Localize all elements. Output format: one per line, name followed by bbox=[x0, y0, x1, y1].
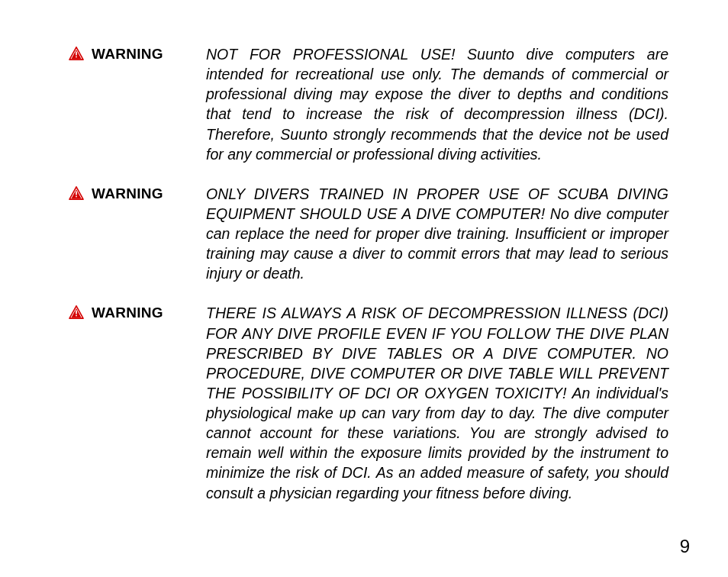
svg-rect-2 bbox=[76, 191, 77, 195]
warning-label: WARNING bbox=[92, 46, 163, 63]
warning-label-col: WARNING bbox=[69, 44, 191, 63]
svg-rect-5 bbox=[76, 315, 77, 317]
svg-rect-4 bbox=[76, 311, 77, 314]
warning-label-col: WARNING bbox=[69, 303, 191, 321]
warning-block: WARNING THERE IS ALWAYS A RISK OF DECOMP… bbox=[69, 303, 668, 502]
warning-body: THERE IS ALWAYS A RISK OF DECOMPRESSION … bbox=[206, 303, 668, 502]
warning-body: NOT FOR PROFESSIONAL USE! Suunto dive co… bbox=[206, 44, 668, 164]
warning-block: WARNING NOT FOR PROFESSIONAL USE! Suunto… bbox=[69, 44, 668, 164]
warning-label: WARNING bbox=[92, 305, 163, 321]
svg-rect-1 bbox=[76, 56, 77, 58]
warning-body: ONLY DIVERS TRAINED IN PROPER USE OF SCU… bbox=[206, 184, 668, 284]
warning-list: WARNING NOT FOR PROFESSIONAL USE! Suunto… bbox=[69, 44, 668, 503]
svg-rect-0 bbox=[76, 52, 77, 56]
warning-block: WARNING ONLY DIVERS TRAINED IN PROPER US… bbox=[69, 184, 668, 284]
page-number: 9 bbox=[680, 536, 690, 557]
warning-label-col: WARNING bbox=[69, 184, 191, 202]
warning-label: WARNING bbox=[92, 185, 163, 202]
svg-rect-3 bbox=[76, 195, 77, 197]
warning-triangle-icon bbox=[69, 47, 84, 60]
manual-page: WARNING NOT FOR PROFESSIONAL USE! Suunto… bbox=[0, 0, 728, 577]
warning-triangle-icon bbox=[69, 305, 84, 319]
warning-triangle-icon bbox=[69, 186, 84, 200]
